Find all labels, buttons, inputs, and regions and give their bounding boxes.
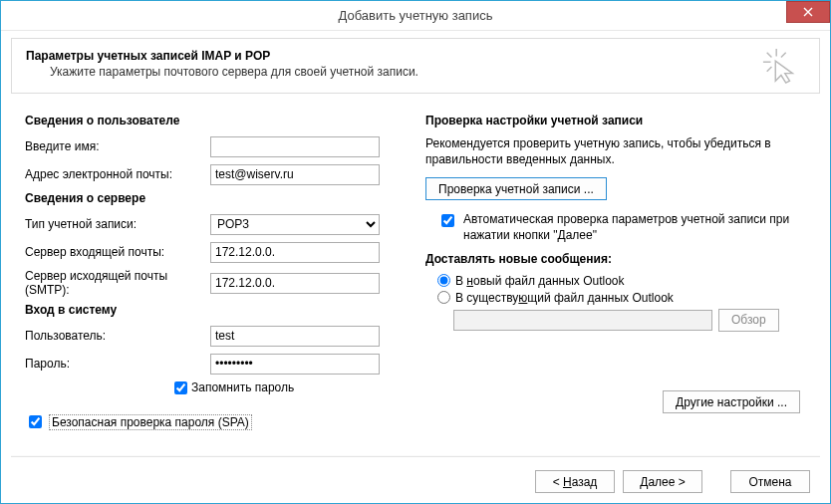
username-label: Пользователь:	[25, 329, 210, 343]
incoming-server-input[interactable]	[210, 242, 380, 263]
existing-file-path-input	[453, 310, 712, 331]
username-input[interactable]	[210, 326, 380, 347]
section-server-info: Сведения о сервере	[25, 191, 406, 205]
svg-line-3	[781, 53, 786, 58]
email-input[interactable]	[210, 164, 380, 185]
incoming-server-label: Сервер входящей почты:	[25, 245, 210, 259]
deliver-title: Доставлять новые сообщения:	[425, 252, 806, 266]
name-label: Введите имя:	[25, 139, 210, 153]
titlebar: Добавить учетную запись	[1, 1, 830, 31]
test-description: Рекомендуется проверить учетную запись, …	[425, 135, 806, 167]
spa-checkbox[interactable]	[29, 415, 42, 428]
window-title: Добавить учетную запись	[339, 8, 493, 23]
password-input[interactable]	[210, 354, 380, 375]
close-button[interactable]	[786, 1, 830, 23]
deliver-new-label: В новый файл данных Outlook	[455, 274, 625, 288]
back-button[interactable]: < Назад	[535, 470, 615, 493]
account-type-select[interactable]: POP3	[210, 214, 380, 235]
account-type-label: Тип учетной записи:	[25, 217, 210, 231]
close-icon	[803, 7, 813, 17]
next-button[interactable]: Далее >	[623, 470, 702, 493]
outgoing-server-input[interactable]	[210, 273, 380, 294]
svg-line-4	[767, 67, 772, 72]
section-test-settings: Проверка настройки учетной записи	[425, 114, 806, 127]
remember-password-checkbox[interactable]	[174, 381, 187, 394]
test-account-button[interactable]: Проверка учетной записи ...	[425, 177, 607, 200]
dialog-window: Добавить учетную запись Параметры учетны…	[0, 0, 831, 504]
header-subtitle: Укажите параметры почтового сервера для …	[50, 65, 805, 79]
footer: < Назад Далее > Отмена	[11, 455, 820, 493]
auto-test-label: Автоматическая проверка параметров учетн…	[463, 212, 806, 243]
deliver-existing-label: В существующий файл данных Outlook	[455, 291, 674, 305]
name-input[interactable]	[210, 136, 380, 157]
header-panel: Параметры учетных записей IMAP и POP Ука…	[11, 38, 820, 94]
outgoing-server-label: Сервер исходящей почты (SMTP):	[25, 269, 210, 297]
remember-password-label: Запомнить пароль	[191, 380, 294, 394]
right-column: Проверка настройки учетной записи Рекоме…	[425, 108, 806, 431]
email-label: Адрес электронной почты:	[25, 167, 210, 181]
cursor-spark-icon	[761, 47, 799, 85]
browse-button: Обзор	[718, 309, 779, 332]
deliver-new-radio[interactable]	[437, 274, 450, 287]
auto-test-checkbox[interactable]	[441, 214, 454, 227]
cancel-button[interactable]: Отмена	[730, 470, 810, 493]
section-login: Вход в систему	[25, 303, 406, 317]
left-column: Сведения о пользователе Введите имя: Адр…	[25, 108, 406, 431]
deliver-existing-radio[interactable]	[437, 291, 450, 304]
password-label: Пароль:	[25, 357, 210, 371]
section-user-info: Сведения о пользователе	[25, 114, 406, 127]
header-title: Параметры учетных записей IMAP и POP	[26, 49, 805, 63]
dialog-body: Сведения о пользователе Введите имя: Адр…	[1, 94, 830, 431]
svg-line-2	[767, 53, 772, 58]
spa-label: Безопасная проверка пароля (SPA)	[49, 414, 252, 430]
other-settings-button[interactable]: Другие настройки ...	[663, 390, 800, 413]
